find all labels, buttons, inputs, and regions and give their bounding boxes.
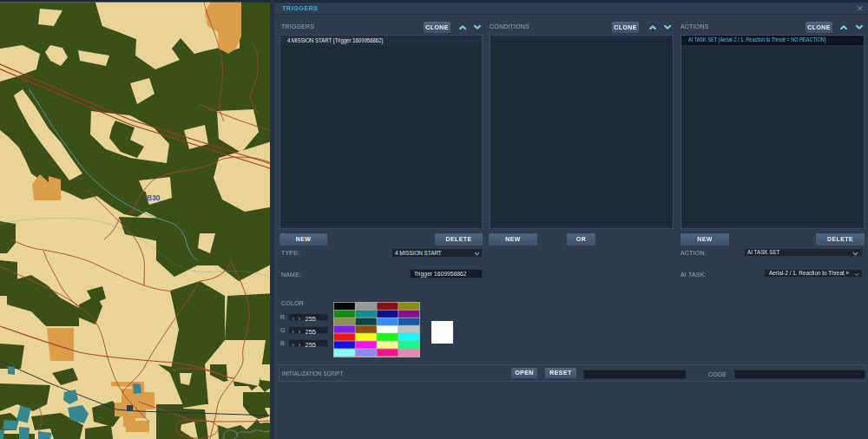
svg-text:B30: B30: [147, 193, 161, 202]
